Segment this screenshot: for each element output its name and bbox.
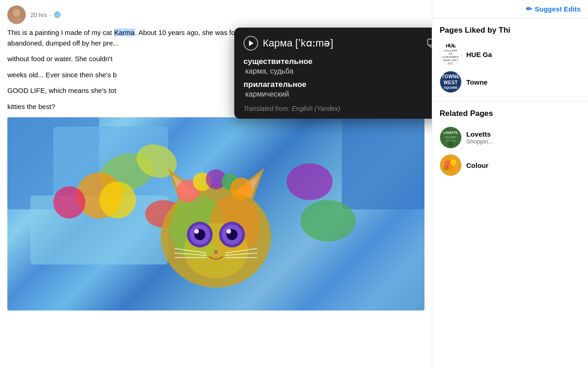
related-pages-section: Related Pages LOVETTS GALLERY EST 1978 L… bbox=[432, 102, 588, 184]
page-item-hue[interactable]: HUE GALLERY OF CONTEMPO RARY ART ICT HUE… bbox=[440, 40, 581, 68]
popup-footer: Translated from: English (Yandex) bbox=[243, 105, 432, 112]
lovetts-page-info: Lovetts Shoppin... bbox=[466, 130, 493, 145]
pages-liked-title: Pages Liked by Thi bbox=[440, 26, 581, 35]
avatar bbox=[7, 6, 26, 24]
pos-noun-label: существительное bbox=[243, 57, 432, 66]
pos-section-noun: существительное карма, судьба bbox=[243, 57, 432, 75]
hue-page-info: HUE Ga bbox=[466, 51, 492, 58]
cat-svg bbox=[142, 154, 289, 301]
hue-page-name: HUE Ga bbox=[466, 51, 492, 58]
pos-noun-translations: карма, судьба bbox=[243, 67, 432, 75]
page-item-colour[interactable]: Colour bbox=[440, 151, 581, 179]
highlighted-word[interactable]: Karma bbox=[114, 29, 135, 36]
globe-icon: 🌐 bbox=[54, 12, 61, 18]
svg-point-23 bbox=[226, 229, 231, 234]
svg-text:LOVETTS: LOVETTS bbox=[444, 131, 458, 134]
pos-adj-translations: кармический bbox=[243, 90, 432, 98]
hue-logo-inner: HUE GALLERY OF CONTEMPO RARY ART ICT bbox=[442, 43, 459, 65]
suggest-edits-label: Suggest Edits bbox=[535, 5, 581, 13]
svg-rect-31 bbox=[428, 39, 432, 45]
popup-header: Карма [ˈkɑːmə] → bbox=[243, 36, 432, 51]
post-header: 20 hrs · 🌐 bbox=[0, 0, 432, 28]
hue-logo: HUE GALLERY OF CONTEMPO RARY ART ICT bbox=[440, 43, 462, 65]
page-item-towne[interactable]: TOWNE WEST SQUARE Towne bbox=[440, 68, 581, 96]
translation-popup: Карма [ˈkɑːmə] → существительное карма, … bbox=[234, 28, 432, 119]
colour-page-info: Colour bbox=[466, 161, 488, 169]
towne-page-info: Towne bbox=[466, 78, 487, 86]
sidebar-top-bar: ✏ Suggest Edits bbox=[432, 0, 588, 18]
towne-page-name: Towne bbox=[466, 78, 487, 86]
dot-separator: · bbox=[50, 12, 51, 18]
edit-icon: ✏ bbox=[526, 5, 532, 13]
towne-logo: TOWNE WEST SQUARE bbox=[440, 71, 462, 93]
cat-painting bbox=[7, 117, 424, 310]
lovetts-page-name: Lovetts bbox=[466, 130, 493, 138]
text-before: This is a painting I made of my cat bbox=[7, 29, 114, 36]
related-pages-title: Related Pages bbox=[440, 109, 581, 118]
popup-actions: → bbox=[425, 37, 432, 50]
post-meta: 20 hrs · 🌐 bbox=[30, 12, 61, 18]
colour-logo bbox=[440, 154, 462, 176]
svg-point-15 bbox=[230, 178, 252, 200]
right-sidebar: ✏ Suggest Edits Pages Liked by Thi HUE G… bbox=[432, 0, 588, 368]
suggest-edits-button[interactable]: ✏ Suggest Edits bbox=[526, 5, 581, 13]
pages-liked-section: Pages Liked by Thi HUE GALLERY OF CONTEM… bbox=[432, 18, 588, 102]
main-content: 20 hrs · 🌐 This is a painting I made of … bbox=[0, 0, 432, 368]
lovetts-page-subtitle: Shoppin... bbox=[466, 138, 493, 145]
towne-logo-inner: TOWNE WEST SQUARE bbox=[440, 74, 461, 90]
popup-word: Карма [ˈkɑːmə] bbox=[263, 37, 421, 49]
colour-page-name: Colour bbox=[466, 161, 488, 169]
svg-point-1 bbox=[13, 9, 20, 17]
svg-point-42 bbox=[444, 165, 449, 171]
copy-button[interactable] bbox=[425, 37, 432, 50]
svg-point-22 bbox=[194, 229, 199, 234]
play-button[interactable] bbox=[243, 36, 258, 51]
svg-text:GALLERY: GALLERY bbox=[445, 136, 457, 138]
svg-point-40 bbox=[450, 160, 456, 166]
page-item-lovetts[interactable]: LOVETTS GALLERY EST 1978 Lovetts Shoppin… bbox=[440, 124, 581, 151]
lovetts-logo: LOVETTS GALLERY EST 1978 bbox=[440, 126, 462, 149]
pos-adj-label: прилагательное bbox=[243, 80, 432, 89]
post-time: 20 hrs bbox=[30, 12, 47, 18]
pos-section-adj: прилагательное кармический bbox=[243, 80, 432, 98]
